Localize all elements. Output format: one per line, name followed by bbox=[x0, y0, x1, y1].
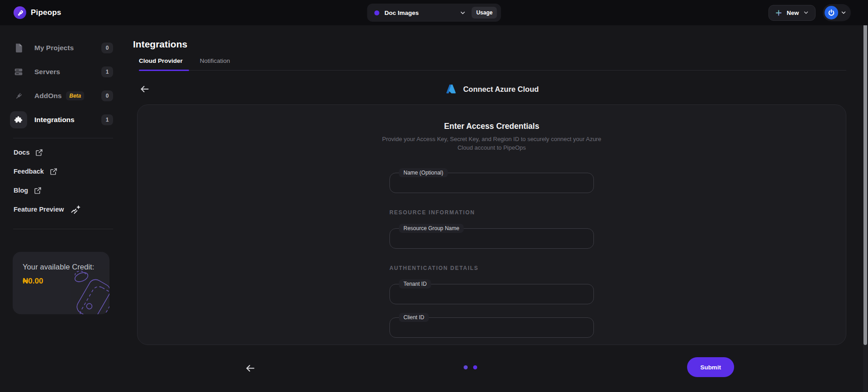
plug-icon bbox=[10, 87, 27, 104]
arrow-left-icon bbox=[245, 363, 256, 374]
sidebar-link-label: Docs bbox=[14, 149, 29, 156]
sidebar-item-label: My Projects bbox=[34, 44, 74, 52]
sidebar-divider bbox=[13, 229, 113, 229]
external-link-icon bbox=[35, 149, 43, 156]
section-authentication-details: AUTHENTICATION DETAILS bbox=[389, 265, 594, 271]
sidebar-item-label: Integrations bbox=[34, 116, 75, 124]
brand-logo[interactable]: Pipeops bbox=[14, 6, 62, 19]
new-button-label: New bbox=[787, 9, 799, 16]
sidebar-link-docs[interactable]: Docs bbox=[14, 143, 122, 162]
new-button[interactable]: New bbox=[768, 5, 816, 21]
page-scrollbar[interactable] bbox=[863, 0, 868, 392]
sidebar-item-label: AddOns bbox=[34, 92, 62, 100]
count-badge: 0 bbox=[101, 43, 113, 53]
form-description: Provide your Access Key, Secret Key, and… bbox=[381, 135, 602, 152]
sidebar-link-feature-preview[interactable]: Feature Preview bbox=[14, 200, 122, 219]
form-fields: Name (Optional) RESOURCE INFORMATION Res… bbox=[389, 152, 594, 338]
submit-button[interactable]: Submit bbox=[687, 357, 734, 377]
server-icon bbox=[10, 63, 27, 80]
rocket-logo-icon bbox=[14, 6, 26, 19]
project-status-dot bbox=[374, 10, 379, 15]
section-resource-information: RESOURCE INFORMATION bbox=[389, 209, 594, 216]
field-name-optional: Name (Optional) bbox=[389, 173, 594, 193]
pagination-dot[interactable] bbox=[473, 365, 477, 369]
form-heading: Enter Access Credentials bbox=[444, 122, 539, 131]
chevron-down-icon bbox=[840, 9, 847, 16]
project-name: Doc Images bbox=[384, 9, 419, 16]
app-root: Pipeops Doc Images Usage New bbox=[0, 0, 868, 392]
sidebar: My Projects 0 Servers 1 AddOns Beta 0 bbox=[0, 25, 122, 392]
brand-name: Pipeops bbox=[31, 8, 62, 17]
tab-bar: Cloud Provider Notification bbox=[139, 57, 846, 71]
document-icon bbox=[10, 39, 27, 57]
project-selector[interactable]: Doc Images Usage bbox=[367, 4, 501, 22]
external-link-icon bbox=[34, 187, 42, 194]
count-badge: 1 bbox=[101, 66, 113, 77]
topbar: Pipeops Doc Images Usage New bbox=[0, 0, 868, 25]
field-resource-group-name: Resource Group Name bbox=[389, 228, 594, 249]
wallet-illustration bbox=[62, 264, 109, 314]
sidebar-item-addons[interactable]: AddOns Beta 0 bbox=[14, 85, 113, 107]
count-badge: 0 bbox=[101, 90, 113, 101]
sidebar-link-feedback[interactable]: Feedback bbox=[14, 162, 122, 181]
power-icon bbox=[828, 9, 835, 16]
sidebar-divider bbox=[13, 138, 113, 138]
field-label: Client ID bbox=[399, 313, 429, 322]
field-label: Resource Group Name bbox=[399, 224, 464, 233]
provider-title: Connect Azure Cloud bbox=[463, 85, 539, 94]
credit-card: Your available Credit: ₦0.00 bbox=[13, 252, 109, 314]
sidebar-item-label: Servers bbox=[34, 68, 60, 76]
chevron-down-icon[interactable] bbox=[460, 9, 466, 16]
provider-header: Connect Azure Cloud bbox=[137, 81, 846, 97]
provider-header-row: Connect Azure Cloud bbox=[133, 81, 868, 97]
back-button[interactable] bbox=[243, 361, 257, 375]
topbar-right: New bbox=[768, 4, 851, 21]
credentials-card: Enter Access Credentials Provide your Ac… bbox=[137, 104, 846, 345]
azure-logo bbox=[445, 83, 457, 95]
field-label: Tenant ID bbox=[399, 279, 431, 288]
pagination-dots bbox=[464, 365, 477, 369]
form-footer: Submit bbox=[133, 345, 868, 390]
sidebar-link-blog[interactable]: Blog bbox=[14, 181, 122, 200]
account-menu[interactable] bbox=[823, 4, 851, 21]
tab-cloud-provider[interactable]: Cloud Provider bbox=[139, 57, 183, 70]
sidebar-item-my-projects[interactable]: My Projects 0 bbox=[14, 37, 113, 59]
pagination-dot[interactable] bbox=[464, 365, 468, 369]
chevron-down-icon bbox=[803, 9, 809, 16]
sidebar-item-integrations[interactable]: Integrations 1 bbox=[14, 109, 113, 131]
external-link-icon bbox=[50, 168, 57, 175]
field-client-id: Client ID bbox=[389, 317, 594, 338]
sidebar-link-label: Feedback bbox=[14, 168, 44, 175]
scrollbar-thumb[interactable] bbox=[863, 2, 867, 345]
field-label: Name (Optional) bbox=[399, 168, 448, 177]
beta-badge: Beta bbox=[66, 91, 84, 100]
shooting-star-icon bbox=[70, 204, 81, 214]
main-content: Integrations Cloud Provider Notification… bbox=[122, 25, 868, 392]
avatar bbox=[825, 6, 838, 19]
puzzle-icon bbox=[10, 111, 27, 128]
page-title: Integrations bbox=[133, 39, 868, 50]
sidebar-link-label: Feature Preview bbox=[14, 206, 64, 213]
sidebar-link-label: Blog bbox=[14, 187, 28, 194]
count-badge: 1 bbox=[101, 114, 113, 125]
plus-icon bbox=[775, 9, 783, 17]
usage-button[interactable]: Usage bbox=[472, 7, 497, 19]
field-tenant-id: Tenant ID bbox=[389, 284, 594, 304]
tab-notification[interactable]: Notification bbox=[200, 57, 230, 70]
sidebar-item-servers[interactable]: Servers 1 bbox=[14, 61, 113, 83]
